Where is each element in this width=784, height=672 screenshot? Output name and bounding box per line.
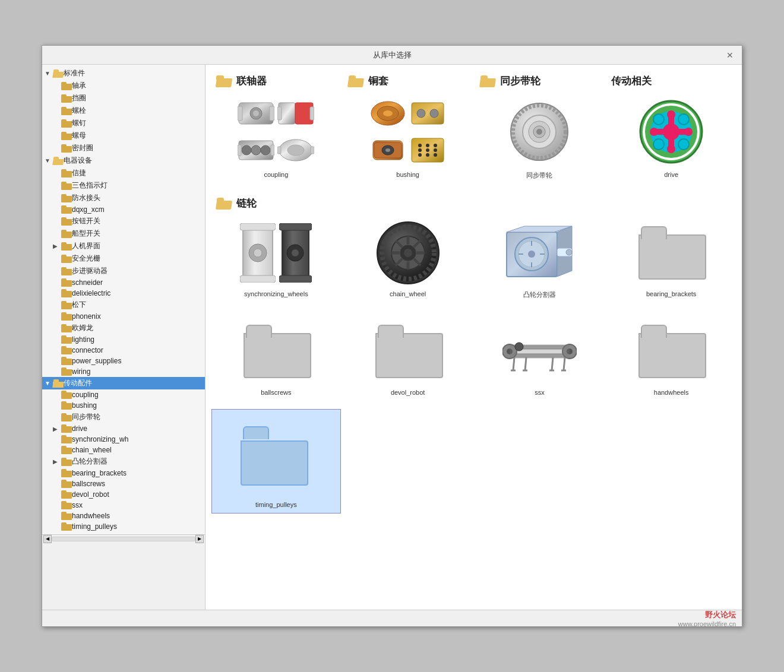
sync-wheels-item[interactable]: synchronizing_wheels <box>211 214 341 304</box>
tree-item-devol[interactable]: devol_robot <box>42 489 205 500</box>
tree-item-rocker[interactable]: 船型开关 <box>42 227 205 240</box>
scroll-right-btn[interactable]: ▶ <box>195 535 204 543</box>
tree-item-timing-belt[interactable]: 同步带轮 <box>42 411 205 423</box>
bearing-brackets-item[interactable]: bearing_brackets <box>606 214 736 304</box>
svg-point-81 <box>404 249 412 257</box>
tree-item-wiring[interactable]: wiring <box>42 366 205 377</box>
chain-wheel-item[interactable]: chain_wheel <box>343 214 473 304</box>
tree-label-stepper: 步进驱动器 <box>72 266 108 276</box>
empty-slot-1 <box>343 409 473 513</box>
tree-item-lighting[interactable]: lighting <box>42 334 205 345</box>
tree-item-tricolor[interactable]: 三色指示灯 <box>42 179 205 192</box>
bushing-label: bushing <box>396 171 419 178</box>
tree-label-hmi: 人机界面 <box>72 241 100 251</box>
coupling-piece-2 <box>277 98 314 129</box>
pulley-svg <box>507 99 572 164</box>
arrow-ssx <box>53 502 61 509</box>
tree-item-bearing[interactable]: 轴承 <box>42 80 205 92</box>
timing-pulleys-item[interactable]: timing_pulleys <box>211 409 341 513</box>
arrow-washer <box>53 95 61 102</box>
svg-rect-17 <box>277 147 281 154</box>
arrow-chain-whl <box>53 447 61 454</box>
tree-item-bearing-b[interactable]: bearing_brackets <box>42 468 205 478</box>
tree-item-nut[interactable]: 螺母 <box>42 129 205 142</box>
drive-grid-item[interactable]: drive <box>606 91 736 185</box>
close-button[interactable]: ✕ <box>724 50 736 60</box>
tree-panel: ▼ 标准件 轴承 挡圈 螺栓 <box>42 65 206 534</box>
tree-label-bolt2: 螺钉 <box>72 118 86 128</box>
svg-point-60 <box>678 139 689 150</box>
folder-icon-nut <box>61 132 72 140</box>
tree-item-safety[interactable]: 安全光栅 <box>42 252 205 265</box>
brand-url: www.proewildfire.cn <box>678 620 736 627</box>
devol-item[interactable]: devol_robot <box>343 312 473 401</box>
tree-item-phonenix[interactable]: phonenix <box>42 311 205 322</box>
folder-icon-timing-belt <box>61 413 72 421</box>
tree-item-handwheels[interactable]: handwheels <box>42 511 205 521</box>
tree-item-sync-wheels[interactable]: synchronizing_wh <box>42 434 205 445</box>
scroll-track[interactable] <box>52 537 195 541</box>
content-panel: 联轴器 铜套 <box>206 65 742 610</box>
tree-item-ballscrews[interactable]: ballscrews <box>42 478 205 489</box>
tree-item-xinje[interactable]: 信捷 <box>42 167 205 179</box>
tree-item-stepper[interactable]: 步进驱动器 <box>42 265 205 277</box>
svg-point-37 <box>426 153 429 157</box>
chain-wheel-visual <box>369 218 447 287</box>
tree-item-pushbtn[interactable]: 按钮开关 <box>42 215 205 227</box>
scroll-left-btn[interactable]: ◀ <box>43 535 52 543</box>
tree-item-waterproof[interactable]: 防水接头 <box>42 192 205 204</box>
tree-item-hmi[interactable]: ▶ 人机界面 <box>42 240 205 252</box>
tree-item-coupling[interactable]: coupling <box>42 389 205 400</box>
svg-point-61 <box>653 139 664 150</box>
tree-item-panasonic[interactable]: 松下 <box>42 299 205 311</box>
folder-icon-ballscrews <box>61 480 72 488</box>
folder-icon-wiring <box>61 367 72 376</box>
cam-visual <box>501 218 578 287</box>
svg-point-109 <box>515 343 523 351</box>
handwheels-item[interactable]: handwheels <box>606 312 736 401</box>
svg-point-44 <box>536 129 542 135</box>
chain-header-label: 链轮 <box>236 196 257 210</box>
tree-item-drive-t[interactable]: ▶ drive <box>42 423 205 434</box>
tree-item-washer[interactable]: 挡圈 <box>42 92 205 104</box>
tree-item-chain-whl[interactable]: chain_wheel <box>42 445 205 455</box>
tree-item-dqxg[interactable]: dqxg_xcm <box>42 204 205 215</box>
coupling-grid-item[interactable]: coupling <box>211 91 341 185</box>
ssx-item[interactable]: ssx <box>475 312 605 401</box>
tree-item-connector[interactable]: connector <box>42 345 205 356</box>
svg-rect-18 <box>311 147 314 154</box>
bushing-grid-item[interactable]: bushing <box>343 91 473 185</box>
tree-label-pushbtn: 按钮开关 <box>72 216 100 226</box>
svg-point-4 <box>253 110 259 116</box>
ballscrews-label: ballscrews <box>261 389 291 396</box>
svg-rect-68 <box>279 223 312 230</box>
tree-item-delixie[interactable]: delixielectric <box>42 288 205 299</box>
tree-item-cam-div[interactable]: ▶ 凸轮分割器 <box>42 455 205 468</box>
tree-item-drive-comp[interactable]: ▼ 传动配件 <box>42 377 205 389</box>
tree-item-bolt2[interactable]: 螺钉 <box>42 117 205 129</box>
tree-item-omron[interactable]: 欧姆龙 <box>42 322 205 334</box>
pulley-grid-item[interactable]: 同步带轮 <box>475 91 605 185</box>
tree-item-ssx[interactable]: ssx <box>42 500 205 511</box>
tree-label-timing-belt: 同步带轮 <box>72 412 100 422</box>
tree-item-elec[interactable]: ▼ 电器设备 <box>42 154 205 167</box>
cam-item[interactable]: 凸轮分割器 <box>475 214 605 304</box>
tree-item-seal[interactable]: 密封圈 <box>42 142 205 154</box>
arrow-phonenix <box>53 313 61 320</box>
arrow-panasonic <box>53 302 61 308</box>
tree-item-timing-p[interactable]: timing_pulleys <box>42 521 205 532</box>
ballscrews-item[interactable]: ballscrews <box>211 312 341 401</box>
svg-point-32 <box>434 144 437 147</box>
tree-item-bolt1[interactable]: 螺栓 <box>42 104 205 117</box>
tree-item-bushing-t[interactable]: bushing <box>42 400 205 411</box>
tree-label-wiring: wiring <box>72 367 90 376</box>
svg-rect-64 <box>240 275 276 283</box>
arrow-waterproof <box>53 195 61 201</box>
tree-item-standard[interactable]: ▼ 标准件 <box>42 67 205 80</box>
svg-point-10 <box>242 145 251 155</box>
horizontal-scrollbar[interactable]: ◀ ▶ <box>42 534 205 543</box>
cam-svg <box>504 223 575 283</box>
tree-item-schneider[interactable]: schneider <box>42 277 205 288</box>
tree-item-power[interactable]: power_supplies <box>42 356 205 366</box>
svg-point-24 <box>430 109 438 118</box>
